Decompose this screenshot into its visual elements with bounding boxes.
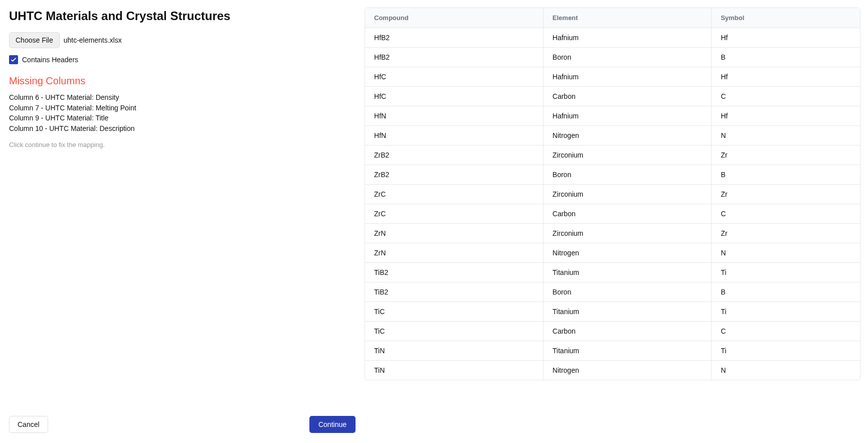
cell-symbol: Zr bbox=[712, 224, 860, 243]
cell-element: Hafnium bbox=[543, 28, 712, 48]
cell-compound: ZrC bbox=[365, 185, 543, 204]
cell-compound: TiN bbox=[365, 361, 543, 380]
cell-symbol: B bbox=[712, 165, 860, 185]
cell-compound: ZrC bbox=[365, 204, 543, 224]
cell-compound: TiN bbox=[365, 341, 543, 361]
cell-compound: HfC bbox=[365, 67, 543, 87]
cancel-button[interactable]: Cancel bbox=[9, 416, 48, 433]
table-row: ZrB2BoronB bbox=[365, 165, 860, 185]
table-header: Compound Element Symbol bbox=[365, 8, 860, 28]
cell-symbol: Ti bbox=[712, 341, 860, 361]
cell-compound: HfN bbox=[365, 126, 543, 145]
cell-compound: ZrB2 bbox=[365, 165, 543, 185]
cell-compound: TiB2 bbox=[365, 263, 543, 282]
cell-element: Boron bbox=[543, 282, 712, 302]
table-row: HfB2HafniumHf bbox=[365, 28, 860, 48]
contains-headers-label: Contains Headers bbox=[22, 56, 78, 64]
preview-table: Compound Element Symbol HfB2HafniumHfHfB… bbox=[365, 8, 860, 380]
cell-element: Hafnium bbox=[543, 67, 712, 87]
cell-element: Carbon bbox=[543, 204, 712, 224]
cell-element: Boron bbox=[543, 165, 712, 185]
preview-table-container: Compound Element Symbol HfB2HafniumHfHfB… bbox=[365, 8, 860, 380]
cell-compound: TiC bbox=[365, 322, 543, 341]
cell-compound: ZrN bbox=[365, 224, 543, 243]
missing-columns-heading: Missing Columns bbox=[9, 75, 356, 87]
cell-compound: ZrB2 bbox=[365, 145, 543, 165]
contains-headers-row: Contains Headers bbox=[9, 55, 356, 64]
page-title: UHTC Materials and Crystal Structures bbox=[9, 9, 356, 23]
cell-compound: TiC bbox=[365, 302, 543, 322]
cell-element: Zirconium bbox=[543, 224, 712, 243]
cell-symbol: B bbox=[712, 282, 860, 302]
table-row: TiB2BoronB bbox=[365, 282, 860, 302]
missing-column-item: Column 9 - UHTC Material: Title bbox=[9, 113, 356, 123]
cell-symbol: C bbox=[712, 87, 860, 106]
cell-symbol: C bbox=[712, 322, 860, 341]
cell-symbol: Hf bbox=[712, 106, 860, 126]
cell-element: Titanium bbox=[543, 302, 712, 322]
cell-element: Nitrogen bbox=[543, 126, 712, 145]
cell-element: Hafnium bbox=[543, 106, 712, 126]
cell-compound: ZrN bbox=[365, 243, 543, 263]
column-header-compound[interactable]: Compound bbox=[365, 8, 543, 28]
table-row: TiNNitrogenN bbox=[365, 361, 860, 380]
table-row: ZrNNitrogenN bbox=[365, 243, 860, 263]
table-row: TiCCarbonC bbox=[365, 322, 860, 341]
cell-compound: HfN bbox=[365, 106, 543, 126]
contains-headers-checkbox[interactable] bbox=[9, 55, 18, 64]
left-panel: UHTC Materials and Crystal Structures Ch… bbox=[0, 0, 365, 443]
table-row: HfNHafniumHf bbox=[365, 106, 860, 126]
right-panel: Compound Element Symbol HfB2HafniumHfHfB… bbox=[365, 0, 868, 443]
cell-symbol: N bbox=[712, 126, 860, 145]
table-row: HfCHafniumHf bbox=[365, 67, 860, 87]
continue-button[interactable]: Continue bbox=[309, 416, 356, 433]
cell-symbol: Hf bbox=[712, 28, 860, 48]
cell-symbol: Hf bbox=[712, 67, 860, 87]
cell-compound: HfB2 bbox=[365, 28, 543, 48]
cell-element: Nitrogen bbox=[543, 243, 712, 263]
table-row: HfCCarbonC bbox=[365, 87, 860, 106]
cell-compound: TiB2 bbox=[365, 282, 543, 302]
cell-symbol: N bbox=[712, 243, 860, 263]
cell-symbol: N bbox=[712, 361, 860, 380]
table-body: HfB2HafniumHfHfB2BoronBHfCHafniumHfHfCCa… bbox=[365, 28, 860, 380]
table-row: TiB2TitaniumTi bbox=[365, 263, 860, 282]
table-row: ZrCCarbonC bbox=[365, 204, 860, 224]
cell-element: Titanium bbox=[543, 341, 712, 361]
cell-element: Carbon bbox=[543, 322, 712, 341]
check-icon bbox=[10, 56, 17, 63]
missing-column-item: Column 10 - UHTC Material: Description bbox=[9, 124, 356, 134]
table-row: TiNTitaniumTi bbox=[365, 341, 860, 361]
cell-element: Carbon bbox=[543, 87, 712, 106]
column-header-symbol[interactable]: Symbol bbox=[712, 8, 860, 28]
mapping-hint: Click continue to fix the mapping. bbox=[9, 141, 356, 149]
table-row: TiCTitaniumTi bbox=[365, 302, 860, 322]
column-header-element[interactable]: Element bbox=[543, 8, 712, 28]
cell-symbol: C bbox=[712, 204, 860, 224]
cell-element: Boron bbox=[543, 48, 712, 67]
cell-symbol: Zr bbox=[712, 145, 860, 165]
missing-column-item: Column 6 - UHTC Material: Density bbox=[9, 93, 356, 103]
cell-symbol: B bbox=[712, 48, 860, 67]
cell-element: Zirconium bbox=[543, 145, 712, 165]
missing-columns-list: Column 6 - UHTC Material: Density Column… bbox=[9, 93, 356, 134]
table-row: ZrNZirconiumZr bbox=[365, 224, 860, 243]
cell-symbol: Zr bbox=[712, 185, 860, 204]
table-row: ZrCZirconiumZr bbox=[365, 185, 860, 204]
cell-compound: HfB2 bbox=[365, 48, 543, 67]
file-picker-row: Choose File uhtc-elements.xlsx bbox=[9, 32, 356, 48]
cell-element: Titanium bbox=[543, 263, 712, 282]
cell-element: Nitrogen bbox=[543, 361, 712, 380]
table-row: ZrB2ZirconiumZr bbox=[365, 145, 860, 165]
action-button-row: Cancel Continue bbox=[9, 416, 356, 433]
missing-column-item: Column 7 - UHTC Material: Melting Point bbox=[9, 103, 356, 113]
cell-symbol: Ti bbox=[712, 302, 860, 322]
cell-compound: HfC bbox=[365, 87, 543, 106]
table-row: HfNNitrogenN bbox=[365, 126, 860, 145]
cell-element: Zirconium bbox=[543, 185, 712, 204]
table-row: HfB2BoronB bbox=[365, 48, 860, 67]
choose-file-button[interactable]: Choose File bbox=[9, 32, 60, 48]
cell-symbol: Ti bbox=[712, 263, 860, 282]
file-name-label: uhtc-elements.xlsx bbox=[64, 36, 122, 44]
